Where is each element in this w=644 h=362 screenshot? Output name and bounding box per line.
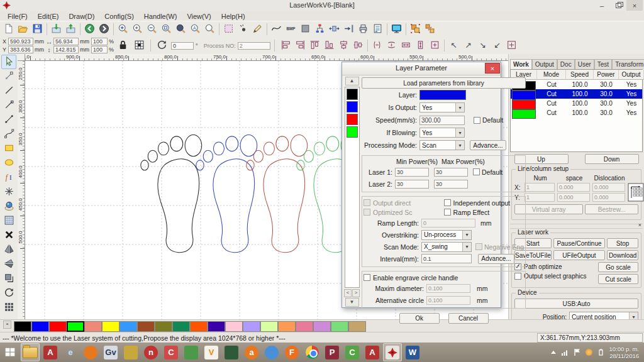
taskbar-gview[interactable]: Gv xyxy=(101,343,120,361)
open-folder-button[interactable] xyxy=(16,22,30,36)
frame-select-button[interactable] xyxy=(221,22,236,36)
width-input[interactable] xyxy=(53,38,79,45)
zoom-out-button[interactable] xyxy=(145,22,159,36)
layer-table-row[interactable]: Cut100.030.0Yes xyxy=(511,80,642,89)
line-button[interactable] xyxy=(1,84,16,98)
width-measure-button[interactable] xyxy=(327,22,341,36)
processing-mode-select[interactable]: Scan xyxy=(419,140,465,150)
negative-engrave-checkbox[interactable] xyxy=(475,243,482,250)
y-dislocation-input[interactable] xyxy=(592,193,625,202)
panel-splitter[interactable]: × xyxy=(510,224,643,229)
palette-color-swatch[interactable] xyxy=(137,321,155,332)
palette-color-swatch[interactable] xyxy=(102,321,119,332)
optimized-checkbox[interactable] xyxy=(364,209,370,216)
ellipse-button[interactable] xyxy=(1,156,16,170)
taskbar-prezi[interactable]: V xyxy=(202,343,221,361)
taskbar-autocad[interactable]: A xyxy=(41,343,60,361)
taskbar-sketchup[interactable] xyxy=(222,343,241,361)
new-file-button[interactable] xyxy=(1,22,16,36)
taskbar-hand-tool[interactable] xyxy=(81,343,100,361)
palette-color-swatch[interactable] xyxy=(208,321,225,332)
mirror-h-button[interactable] xyxy=(1,243,16,257)
scale-y-input[interactable] xyxy=(91,46,108,53)
push-edge-button[interactable] xyxy=(341,22,356,36)
camera-button[interactable] xyxy=(1,199,16,214)
pause-continue-button[interactable]: Pause/Continue xyxy=(553,238,606,248)
if-blowing-select[interactable]: Yes xyxy=(419,128,465,138)
down-button[interactable]: Down xyxy=(585,154,639,164)
polyline-button[interactable] xyxy=(1,98,16,112)
segment-button[interactable] xyxy=(1,112,16,127)
x-space-input[interactable] xyxy=(557,183,590,192)
tab-output[interactable]: Output xyxy=(532,59,557,69)
taskbar-rdworks[interactable] xyxy=(383,343,402,361)
same-width-button[interactable] xyxy=(399,38,413,53)
taskbar-nero[interactable]: n xyxy=(142,343,160,361)
scale-x-input[interactable] xyxy=(91,38,108,45)
dialog-layer-color-swatch[interactable] xyxy=(347,126,358,138)
palette-color-swatch[interactable] xyxy=(260,321,278,332)
palette-color-swatch[interactable] xyxy=(84,321,102,332)
power-default-checkbox[interactable] xyxy=(473,168,480,175)
mirror-v-button[interactable] xyxy=(1,257,16,272)
y-num-input[interactable] xyxy=(525,193,555,202)
device-port-button[interactable]: USB:Auto xyxy=(514,299,638,309)
taskbar-internet-explorer[interactable]: e xyxy=(61,343,80,361)
taskbar-ccleaner[interactable]: C xyxy=(162,343,180,361)
palette-color-swatch[interactable] xyxy=(49,321,67,332)
maximize-button[interactable] xyxy=(610,0,626,11)
layer-table-row[interactable]: Cut100.030.0Yes xyxy=(511,108,642,118)
ok-button[interactable]: Ok xyxy=(399,313,440,324)
taskbar-file-explorer[interactable] xyxy=(21,343,40,361)
ramp-length-input[interactable] xyxy=(421,219,475,228)
laser2-min-input[interactable] xyxy=(395,180,429,189)
next-button[interactable] xyxy=(97,22,111,36)
property-form-button[interactable] xyxy=(370,22,385,36)
scroll-right-button[interactable]: > xyxy=(352,289,360,297)
y-space-input[interactable] xyxy=(557,193,590,202)
corner-tl-button[interactable]: ↖ xyxy=(447,38,461,53)
ramp-effect-checkbox[interactable] xyxy=(444,209,451,216)
align-right-button[interactable] xyxy=(293,38,308,53)
space-v-button[interactable] xyxy=(384,38,399,53)
bestrew-button[interactable]: Bestrew... xyxy=(585,204,638,214)
rotate-button[interactable] xyxy=(1,286,16,300)
delete-button[interactable] xyxy=(1,228,16,243)
taskbar-autocad-2[interactable]: A xyxy=(363,343,382,361)
tray-expand-icon[interactable] xyxy=(549,348,557,356)
network-signal-icon[interactable] xyxy=(561,348,569,356)
taskbar-coreldraw[interactable]: C xyxy=(343,343,362,361)
minimize-button[interactable]: – xyxy=(594,0,610,11)
laser1-max-input[interactable] xyxy=(434,168,468,177)
space-h-button[interactable] xyxy=(370,38,384,53)
corner-tr-button[interactable]: ↗ xyxy=(461,38,475,53)
align-center-h-button[interactable] xyxy=(336,38,351,53)
star-button[interactable] xyxy=(1,185,16,199)
tab-test[interactable]: Test xyxy=(594,59,612,69)
dialog-close-button[interactable]: × xyxy=(485,63,500,74)
palette-color-swatch[interactable] xyxy=(31,321,49,332)
load-parameters-button[interactable]: Load parameters from library xyxy=(362,77,526,89)
scan-mode-select[interactable]: X_swing xyxy=(421,242,472,252)
taskbar-messenger[interactable] xyxy=(262,343,281,361)
rectangle-button[interactable] xyxy=(1,141,16,156)
cut-scale-button[interactable]: Cut scale xyxy=(598,274,638,284)
scroll-down-button[interactable]: ▼ xyxy=(345,298,359,307)
node-edit-button[interactable] xyxy=(1,69,16,84)
palette-color-swatch[interactable] xyxy=(296,321,313,332)
layer-color-swatch[interactable] xyxy=(419,90,466,100)
preview-monitor-button[interactable] xyxy=(389,22,404,36)
menu-file[interactable]: File(F) xyxy=(3,13,33,20)
scroll-up-button[interactable]: ▲ xyxy=(345,77,359,85)
cancel-button[interactable]: Cancel xyxy=(448,313,489,324)
palette-color-swatch[interactable] xyxy=(172,321,190,332)
x-num-input[interactable] xyxy=(525,183,555,192)
printer-button[interactable] xyxy=(356,22,370,36)
process-no-input[interactable] xyxy=(238,42,270,50)
dialog-title-bar[interactable]: Layer Parameter × xyxy=(342,62,501,75)
menu-edit[interactable]: Edit(E) xyxy=(33,13,64,20)
zoom-all-button[interactable] xyxy=(174,22,188,36)
pen-draw-button[interactable] xyxy=(250,22,265,36)
scroll-left-button[interactable]: < xyxy=(344,289,352,297)
taskbar-chrome[interactable] xyxy=(303,343,321,361)
